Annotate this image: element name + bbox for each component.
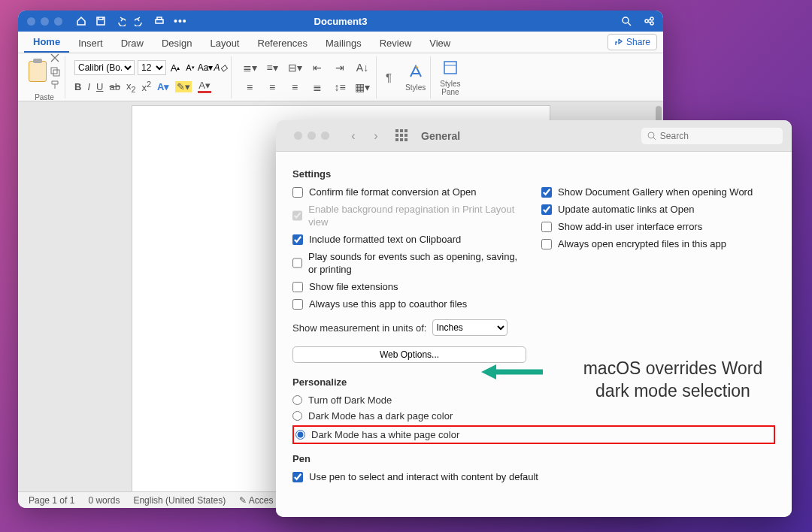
- subscript-button[interactable]: x2: [126, 80, 136, 94]
- opt-coauthor[interactable]: Always use this app to coauthor files: [292, 298, 526, 310]
- share-label: Share: [626, 37, 650, 47]
- back-button[interactable]: ‹: [344, 128, 362, 144]
- ribbon: Paste Calibri (Bo... 12 A▴ A▾ Aa▾ A◇ B I…: [18, 53, 663, 101]
- opt-encrypted[interactable]: Always open encrypted files in this app: [541, 237, 775, 250]
- show-marks-icon[interactable]: ¶: [386, 71, 392, 83]
- prefs-search[interactable]: [641, 128, 783, 144]
- change-case-icon[interactable]: Aa▾: [199, 62, 211, 74]
- prefs-window-controls[interactable]: [294, 131, 329, 140]
- styles-group: Styles: [401, 56, 431, 98]
- svg-point-10: [648, 132, 654, 138]
- styles-pane-group: Styles Pane: [435, 56, 465, 98]
- status-accessibility[interactable]: ✎ Acces: [239, 495, 273, 506]
- tab-home[interactable]: Home: [24, 32, 69, 53]
- sort-icon[interactable]: A↓: [356, 62, 368, 74]
- ribbon-tabs: Home Insert Draw Design Layout Reference…: [18, 32, 663, 53]
- settings-left-column: Confirm file format conversion at Open E…: [292, 186, 526, 363]
- align-right-icon[interactable]: ≡: [292, 81, 298, 93]
- web-options-button[interactable]: Web Options...: [292, 346, 526, 363]
- share-button[interactable]: Share: [607, 34, 657, 50]
- settings-right-column: Show Document Gallery when opening Word …: [541, 186, 775, 363]
- paste-icon[interactable]: [29, 61, 47, 82]
- highlight-box: Dark Mode has a white page color: [292, 425, 775, 444]
- bold-button[interactable]: B: [74, 81, 81, 92]
- format-painter-icon[interactable]: [50, 80, 60, 90]
- bullets-icon[interactable]: ≣▾: [243, 62, 257, 74]
- font-color-button[interactable]: A▾: [198, 80, 211, 93]
- svg-rect-7: [51, 68, 57, 74]
- clear-format-icon[interactable]: A◇: [214, 62, 226, 74]
- close-dot[interactable]: [294, 131, 302, 140]
- radio-white-page[interactable]: Dark Mode has a white page color: [295, 428, 459, 441]
- status-words[interactable]: 0 words: [88, 495, 120, 506]
- prefs-toolbar: ‹ › General: [276, 120, 792, 152]
- tab-mailings[interactable]: Mailings: [317, 33, 371, 53]
- superscript-button[interactable]: x2: [141, 80, 151, 93]
- font-name-select[interactable]: Calibri (Bo...: [74, 60, 135, 75]
- measurement-row: Show measurement in units of: Inches: [292, 319, 526, 336]
- clipboard-group: Paste: [24, 56, 65, 98]
- opt-auto-links[interactable]: Update automatic links at Open: [541, 203, 775, 216]
- preferences-window: ‹ › General Settings Confirm file format…: [276, 120, 792, 517]
- tab-insert[interactable]: Insert: [69, 33, 112, 53]
- paragraph-extras: ¶: [381, 56, 396, 98]
- font-size-select[interactable]: 12: [138, 60, 166, 75]
- prefs-search-input[interactable]: [660, 131, 777, 141]
- opt-show-extensions[interactable]: Show file extensions: [292, 280, 526, 293]
- show-all-icon[interactable]: [395, 129, 409, 143]
- shrink-font-icon[interactable]: A▾: [184, 62, 196, 74]
- strike-button[interactable]: ab: [109, 81, 120, 92]
- svg-rect-8: [53, 70, 59, 76]
- prefs-body: Settings Confirm file format conversion …: [276, 152, 792, 517]
- measurement-select[interactable]: Inches: [432, 319, 508, 336]
- font-group: Calibri (Bo... 12 A▴ A▾ Aa▾ A◇ B I U ab …: [70, 56, 232, 98]
- underline-button[interactable]: U: [96, 81, 103, 92]
- status-page[interactable]: Page 1 of 1: [29, 495, 74, 506]
- italic-button[interactable]: I: [87, 81, 90, 92]
- numbering-icon[interactable]: ≡▾: [266, 62, 277, 74]
- pen-heading: Pen: [292, 453, 775, 464]
- status-language[interactable]: English (United States): [133, 495, 226, 506]
- text-effects-button[interactable]: A▾: [157, 81, 169, 92]
- tab-view[interactable]: View: [420, 33, 459, 53]
- annotation-text: macOS overrides Word dark mode selection: [556, 358, 789, 403]
- paragraph-group: ≣▾ ≡▾ ⊟▾ ⇤ ⇥ A↓ ≡ ≡ ≡ ≣ ↕≡ ▦▾: [236, 56, 377, 98]
- radio-dark-page[interactable]: Dark Mode has a dark page color: [292, 410, 775, 422]
- multilevel-icon[interactable]: ⊟▾: [288, 62, 302, 74]
- copy-icon[interactable]: [50, 66, 60, 77]
- styles-icon[interactable]: [407, 62, 425, 80]
- forward-button[interactable]: ›: [367, 128, 385, 144]
- paste-label: Paste: [35, 93, 54, 101]
- increase-indent-icon[interactable]: ⇥: [335, 62, 344, 74]
- align-left-icon[interactable]: ≡: [247, 81, 253, 93]
- align-center-icon[interactable]: ≡: [269, 81, 275, 93]
- tab-design[interactable]: Design: [153, 33, 201, 53]
- search-icon: [647, 131, 656, 141]
- styles-pane-icon[interactable]: [441, 59, 459, 77]
- opt-pen-select[interactable]: Use pen to select and interact with cont…: [292, 470, 775, 483]
- opt-formatted-clipboard[interactable]: Include formatted text on Clipboard: [292, 233, 526, 246]
- line-spacing-icon[interactable]: ↕≡: [334, 81, 345, 93]
- decrease-indent-icon[interactable]: ⇤: [313, 62, 322, 74]
- minimize-dot[interactable]: [308, 131, 316, 140]
- grow-font-icon[interactable]: A▴: [169, 62, 181, 74]
- word-titlebar: ••• Document3: [18, 11, 663, 32]
- prefs-title: General: [421, 130, 460, 142]
- measurement-label: Show measurement in units of:: [292, 322, 426, 334]
- borders-icon[interactable]: ▦▾: [355, 81, 370, 93]
- opt-confirm-format[interactable]: Confirm file format conversion at Open: [292, 186, 526, 198]
- opt-doc-gallery[interactable]: Show Document Gallery when opening Word: [541, 186, 775, 198]
- justify-icon[interactable]: ≣: [313, 81, 322, 93]
- tab-review[interactable]: Review: [371, 33, 421, 53]
- tab-references[interactable]: References: [249, 33, 317, 53]
- tab-layout[interactable]: Layout: [201, 33, 248, 53]
- settings-heading: Settings: [292, 168, 775, 180]
- zoom-dot[interactable]: [321, 131, 329, 140]
- opt-addin-errors[interactable]: Show add-in user interface errors: [541, 220, 775, 233]
- highlight-button[interactable]: ✎▾: [175, 81, 192, 92]
- opt-play-sounds[interactable]: Play sounds for events such as opening, …: [292, 250, 526, 276]
- svg-rect-9: [444, 62, 456, 74]
- cut-icon[interactable]: [50, 53, 60, 63]
- tab-draw[interactable]: Draw: [112, 33, 153, 53]
- opt-background-repagination: Enable background repagination in Print …: [292, 203, 526, 228]
